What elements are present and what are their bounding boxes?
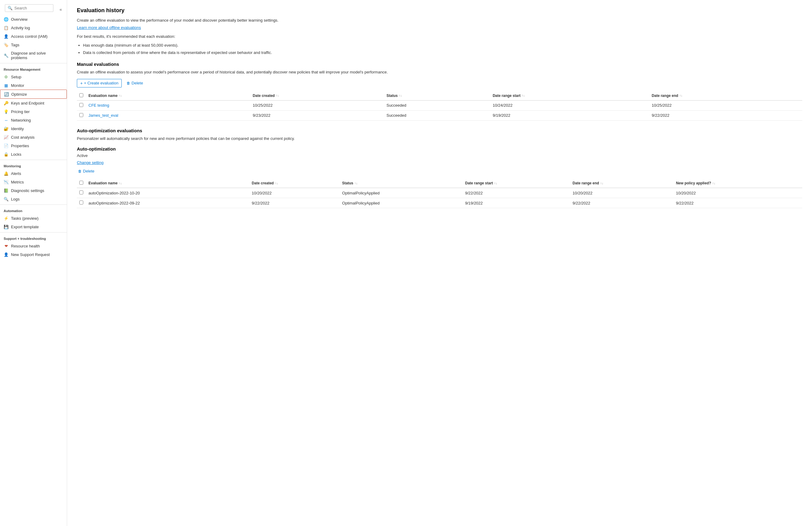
search-input[interactable] — [14, 6, 50, 10]
auto-opt-table: Evaluation name ↑↓ Date created ↑↓ Statu… — [77, 179, 802, 208]
sort-icon[interactable]: ↑↓ — [276, 94, 279, 97]
sidebar-item-diagnostic-settings[interactable]: 📗 Diagnostic settings — [0, 186, 67, 195]
alerts-icon: 🔔 — [4, 171, 9, 176]
new-support-request-icon: 👤 — [4, 252, 9, 257]
networking-icon: ↔ — [4, 118, 9, 122]
sidebar-item-identity[interactable]: 🔐 Identity — [0, 124, 67, 133]
sort-icon[interactable]: ↑↓ — [119, 94, 122, 97]
activity-log-icon: 📋 — [4, 25, 9, 30]
select-all-auto-opt-checkbox[interactable] — [79, 181, 83, 185]
status-cell: Succeeded — [384, 100, 490, 110]
date-created-cell: 9/23/2022 — [250, 110, 384, 120]
status-cell: OptimalPolicyApplied — [340, 198, 463, 208]
sidebar-item-label: Logs — [11, 197, 19, 201]
sidebar-item-cost-analysis[interactable]: 📈 Cost analysis — [0, 133, 67, 141]
sidebar-item-label: Export template — [11, 225, 39, 229]
main-description: Create an offline evaluation to view the… — [77, 17, 802, 24]
auto-opt-delete-button[interactable]: 🗑 Delete — [77, 167, 96, 175]
sidebar-item-pricing-tier[interactable]: 💡 Pricing tier — [0, 107, 67, 116]
th-date-range-start: Date range start ↑↓ — [490, 91, 649, 101]
sidebar-item-resource-health[interactable]: ❤ Resource health — [0, 242, 67, 250]
date-range-start-cell: 9/19/2022 — [490, 110, 649, 120]
sidebar-item-metrics[interactable]: 📉 Metrics — [0, 178, 67, 186]
bullet-list: Has enough data (minimum of at least 50,… — [83, 42, 802, 56]
status-cell: Succeeded — [384, 110, 490, 120]
sidebar-item-label: Alerts — [11, 171, 21, 176]
page-title: Evaluation history — [77, 7, 802, 14]
monitor-icon: ▦ — [4, 83, 9, 88]
eval-name-link[interactable]: James_test_eval — [88, 113, 118, 118]
sidebar-item-label: Identity — [11, 126, 24, 131]
status-cell: OptimalPolicyApplied — [340, 188, 463, 198]
logs-icon: 🔍 — [4, 197, 9, 201]
eval-name-cell: autoOptimization-2022-10-20 — [86, 188, 249, 198]
sidebar-item-label: Locks — [11, 152, 21, 157]
sidebar-item-keys-endpoint[interactable]: 🔑 Keys and Endpoint — [0, 99, 67, 107]
sidebar-item-diagnose[interactable]: 🔧 Diagnose and solve problems — [0, 49, 67, 62]
th-auto-eval-name: Evaluation name ↑↓ — [86, 179, 249, 188]
change-setting-link[interactable]: Change setting — [77, 160, 103, 165]
sort-icon[interactable]: ↑↓ — [679, 94, 682, 97]
sidebar-item-label: Diagnose and solve problems — [11, 51, 63, 60]
sort-icon[interactable]: ↑↓ — [522, 94, 525, 97]
row-checkbox[interactable] — [79, 113, 83, 117]
manual-toolbar: + + Create evaluation 🗑 Delete — [77, 79, 802, 88]
sidebar-item-label: Keys and Endpoint — [11, 101, 44, 105]
row-checkbox[interactable] — [79, 200, 83, 205]
sort-icon[interactable]: ↑↓ — [600, 182, 603, 185]
plus-icon: + — [80, 81, 83, 86]
sort-icon[interactable]: ↑↓ — [119, 182, 122, 185]
row-checkbox[interactable] — [79, 191, 83, 194]
sidebar-resource-management-items: ⚙ Setup ▦ Monitor 🔄 Optimize 🔑 Keys and … — [0, 73, 67, 159]
create-evaluation-button[interactable]: + + Create evaluation — [77, 79, 122, 88]
row-checkbox[interactable] — [79, 103, 83, 107]
metrics-icon: 📉 — [4, 180, 9, 184]
sidebar-item-optimize[interactable]: 🔄 Optimize — [0, 90, 67, 99]
date-created-cell: 10/20/2022 — [249, 188, 339, 198]
access-control-icon: 👤 — [4, 34, 9, 39]
th-new-policy: New policy applied? ↑↓ — [673, 179, 802, 188]
sidebar-item-label: Optimize — [11, 92, 27, 96]
eval-name-link[interactable]: CFE testing — [88, 103, 109, 108]
sidebar-item-tasks-preview[interactable]: ⚡ Tasks (preview) — [0, 214, 67, 223]
sidebar-item-logs[interactable]: 🔍 Logs — [0, 195, 67, 203]
sidebar-item-activity-log[interactable]: 📋 Activity log — [0, 24, 67, 32]
sort-icon[interactable]: ↑↓ — [399, 94, 402, 97]
tasks-preview-icon: ⚡ — [4, 216, 9, 221]
auto-opt-delete-icon: 🗑 — [78, 169, 82, 174]
collapse-button[interactable]: « — [57, 6, 64, 13]
date-range-start-cell: 9/19/2022 — [463, 198, 570, 208]
sidebar-item-overview[interactable]: 🌐 Overview — [0, 15, 67, 24]
sort-icon[interactable]: ↑↓ — [494, 182, 497, 185]
select-all-manual-checkbox[interactable] — [79, 93, 83, 97]
sidebar-item-new-support-request[interactable]: 👤 New Support Request — [0, 250, 67, 259]
sidebar-item-label: Access control (IAM) — [11, 34, 47, 39]
sidebar-item-label: Cost analysis — [11, 135, 34, 139]
sidebar-item-export-template[interactable]: 💾 Export template — [0, 223, 67, 231]
sidebar-item-label: Tags — [11, 43, 19, 47]
learn-more-link[interactable]: Learn more about offline evaluations — [77, 25, 141, 30]
sidebar-item-setup[interactable]: ⚙ Setup — [0, 73, 67, 81]
search-icon: 🔍 — [8, 6, 13, 10]
table-row: James_test_eval 9/23/2022 Succeeded 9/19… — [77, 110, 802, 120]
sort-icon[interactable]: ↑↓ — [712, 182, 715, 185]
date-range-end-cell: 10/25/2022 — [649, 100, 802, 110]
sidebar-item-label: Networking — [11, 118, 31, 122]
sidebar-item-networking[interactable]: ↔ Networking — [0, 116, 67, 124]
diagnose-icon: 🔧 — [4, 53, 9, 58]
new-policy-cell: 9/22/2022 — [673, 198, 802, 208]
sidebar-item-access-control[interactable]: 👤 Access control (IAM) — [0, 32, 67, 41]
delete-button[interactable]: 🗑 Delete — [125, 79, 144, 87]
automation-label: Automation — [0, 206, 67, 214]
sort-icon[interactable]: ↑↓ — [275, 182, 278, 185]
sidebar-item-locks[interactable]: 🔒 Locks — [0, 150, 67, 159]
diagnostic-settings-icon: 📗 — [4, 188, 9, 193]
sidebar-item-monitor[interactable]: ▦ Monitor — [0, 81, 67, 90]
sidebar-item-properties[interactable]: 📄 Properties — [0, 141, 67, 150]
date-range-end-cell: 9/22/2022 — [649, 110, 802, 120]
sidebar-item-alerts[interactable]: 🔔 Alerts — [0, 169, 67, 178]
sort-icon[interactable]: ↑↓ — [354, 182, 358, 185]
sidebar-support-items: ❤ Resource health 👤 New Support Request — [0, 242, 67, 259]
th-auto-date-range-end: Date range end ↑↓ — [570, 179, 673, 188]
sidebar-item-tags[interactable]: 🏷️ Tags — [0, 41, 67, 49]
